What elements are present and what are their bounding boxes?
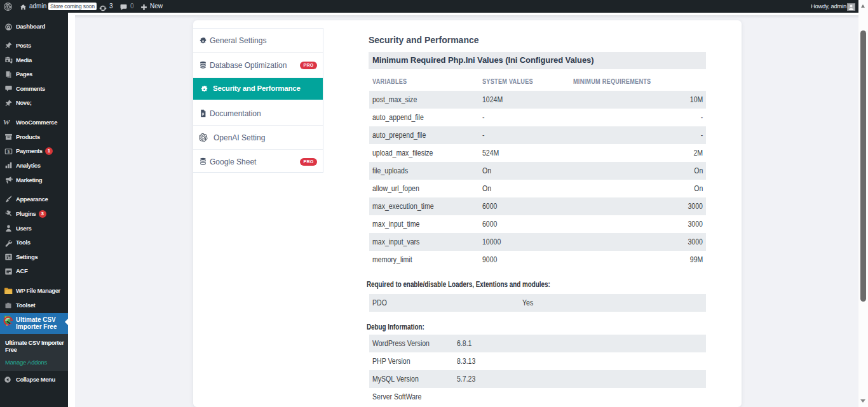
svg-text:$: $ xyxy=(7,149,10,154)
